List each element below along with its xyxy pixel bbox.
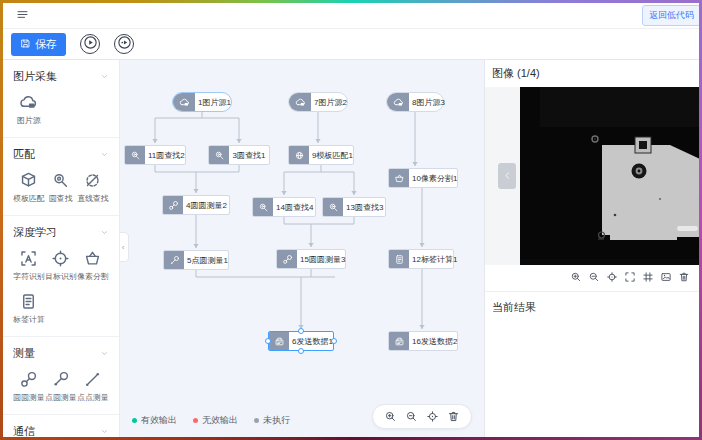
connection-port-l[interactable] — [265, 338, 271, 344]
connection-port-t[interactable] — [298, 328, 304, 334]
section-collapse-button[interactable] — [100, 149, 109, 161]
run-button[interactable] — [80, 34, 100, 54]
sidebar-section-0: 图片采集图片源 — [3, 60, 119, 138]
window-frame: 返回低代码 保存 图片采集图片源匹配模板匹配圆查找直线查找深度学习字符识别目标识… — [0, 0, 702, 440]
flow-node-9[interactable]: 9模板匹配1 — [288, 145, 354, 165]
inspection-image — [520, 87, 699, 265]
cloud-image-icon — [393, 97, 404, 108]
flow-node-15[interactable]: 15圆圆测量3 — [276, 249, 346, 269]
node-label: 3圆查找1 — [229, 146, 269, 164]
image-fullscreen-button[interactable] — [623, 270, 637, 284]
image-crosshair-button[interactable] — [605, 270, 619, 284]
carousel-strip — [485, 87, 520, 265]
camera-image-preview[interactable] — [520, 87, 699, 265]
flow-node-12[interactable]: 12标签计算1 — [388, 249, 454, 269]
hamburger-icon — [16, 7, 29, 25]
section-title: 匹配 — [13, 147, 35, 162]
image-grid-button[interactable] — [641, 270, 655, 284]
circle-find-icon — [51, 171, 70, 190]
flow-node-5[interactable]: 5点圆测量1 — [163, 250, 229, 270]
save-icon — [20, 38, 31, 51]
section-collapse-button[interactable] — [100, 348, 109, 360]
crosshair-button[interactable] — [425, 409, 440, 424]
circle-find-icon — [328, 202, 339, 213]
play-step-icon — [117, 35, 132, 50]
sidebar-item-模板匹配[interactable]: 模板匹配 — [13, 171, 45, 205]
image-trash-button[interactable] — [677, 270, 691, 284]
sidebar-item-像素分割[interactable]: 像素分割 — [77, 249, 109, 283]
legend-item: 未执行 — [254, 414, 290, 427]
flow-node-10[interactable]: 10像素分割1 — [388, 168, 458, 188]
chevron-down-icon — [100, 228, 109, 237]
circle-find-icon — [258, 202, 269, 213]
measure-cc-icon — [282, 254, 293, 265]
node-label: 14圆查找4 — [273, 198, 316, 216]
image-zoom-in-button[interactable] — [569, 270, 583, 284]
legend-dot — [254, 418, 259, 423]
flow-node-8[interactable]: 8图片源3 — [386, 92, 444, 112]
sidebar-item-目标识别[interactable]: 目标识别 — [45, 249, 77, 283]
save-icon — [20, 38, 31, 49]
trash-button[interactable] — [446, 409, 461, 424]
top-bar: 返回低代码 — [3, 3, 699, 29]
trash-icon — [678, 271, 690, 283]
flow-node-16[interactable]: 16发送数据2 — [388, 331, 458, 351]
measure-pp-icon — [83, 370, 102, 389]
image-icon — [660, 271, 672, 283]
measure-cc-icon — [168, 200, 179, 211]
connection-port-b[interactable] — [298, 348, 304, 354]
flow-node-1[interactable]: 1图片源1 — [172, 92, 232, 112]
flow-node-11[interactable]: 11圆查找2 — [124, 145, 186, 165]
image-pager-title: 图像 (1/4) — [485, 64, 699, 87]
sidebar-item-圆查找[interactable]: 圆查找 — [45, 171, 77, 205]
flow-node-3[interactable]: 3圆查找1 — [208, 145, 270, 165]
section-collapse-button[interactable] — [100, 71, 109, 83]
basket-icon — [83, 249, 102, 268]
cloud-image-icon — [295, 97, 306, 108]
section-collapse-button[interactable] — [100, 426, 109, 438]
play-icon — [83, 35, 98, 50]
node-label: 9模板匹配1 — [309, 146, 356, 164]
image-zoom-out-button[interactable] — [587, 270, 601, 284]
flow-node-6[interactable]: 6发送数据1 — [268, 331, 334, 351]
flow-node-7[interactable]: 7图片源2 — [288, 92, 348, 112]
chevron-down-icon — [100, 427, 109, 436]
zoom-out-button[interactable] — [404, 409, 419, 424]
back-to-lowcode-button[interactable]: 返回低代码 — [642, 5, 699, 26]
flow-node-4[interactable]: 4圆圆测量2 — [162, 195, 230, 215]
menu-button[interactable] — [15, 6, 30, 26]
node-label: 6发送数据1 — [289, 332, 336, 350]
section-collapse-button[interactable] — [100, 227, 109, 239]
legend-item: 有效输出 — [132, 414, 177, 427]
legend-dot — [193, 418, 198, 423]
flow-canvas[interactable]: 1图片源17图片源28图片源311圆查找23圆查找19模板匹配110像素分割14… — [120, 60, 484, 437]
circle-find-icon — [130, 150, 141, 161]
basket-icon — [394, 173, 405, 184]
prev-image-button[interactable] — [498, 163, 516, 189]
flow-node-13[interactable]: 13圆查找3 — [322, 197, 386, 217]
node-label: 7图片源2 — [311, 93, 350, 111]
sidebar-collapse-handle[interactable]: ‹ — [120, 232, 129, 262]
sidebar-item-圆圆测量[interactable]: 圆圆测量 — [13, 370, 45, 404]
sidebar-item-点点测量[interactable]: 点点测量 — [77, 370, 109, 404]
sidebar-item-直线查找[interactable]: 直线查找 — [77, 171, 109, 205]
node-label: 12标签计算1 — [409, 250, 460, 268]
connection-port-r[interactable] — [331, 338, 337, 344]
send-icon — [274, 336, 285, 347]
flow-node-14[interactable]: 14圆查找4 — [252, 197, 316, 217]
cloud-image-icon — [19, 93, 38, 112]
sidebar-item-点圆测量[interactable]: 点圆测量 — [45, 370, 77, 404]
node-label: 8图片源3 — [409, 93, 448, 111]
run-step-button[interactable] — [114, 34, 134, 54]
image-image-button[interactable] — [659, 270, 673, 284]
save-button[interactable]: 保存 — [11, 33, 66, 56]
target-icon — [51, 249, 70, 268]
sidebar-item-字符识别[interactable]: 字符识别 — [13, 249, 45, 283]
ocr-icon — [19, 249, 38, 268]
grid-icon — [642, 271, 654, 283]
sidebar-item-标签计算[interactable]: 标签计算 — [13, 292, 45, 326]
section-title: 测量 — [13, 346, 35, 361]
zoom-in-button[interactable] — [383, 409, 398, 424]
chevron-down-icon — [100, 349, 109, 358]
sidebar-item-图片源[interactable]: 图片源 — [13, 93, 45, 127]
